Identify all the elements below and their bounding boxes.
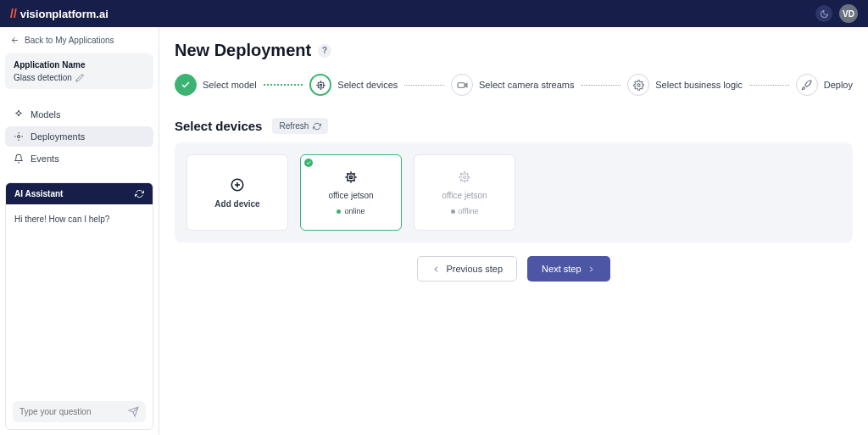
- nav-item-deployments[interactable]: Deployments: [5, 126, 153, 147]
- svg-rect-2: [320, 84, 321, 86]
- moon-icon: [820, 9, 829, 19]
- cpu-icon: [315, 80, 326, 91]
- application-name-card: Application Name Glass detection: [5, 53, 153, 89]
- device-name: office jetson: [328, 191, 373, 200]
- step-business-logic[interactable]: Select business logic: [627, 74, 743, 96]
- device-name: office jetson: [442, 191, 487, 200]
- bell-icon: [14, 153, 24, 164]
- nav-label: Deployments: [31, 131, 85, 142]
- step-label: Select business logic: [655, 80, 743, 90]
- nav-item-models[interactable]: Models: [5, 104, 153, 125]
- cpu-icon: [344, 170, 358, 184]
- sparkle-icon: [14, 109, 24, 120]
- prev-label: Previous step: [446, 264, 503, 274]
- help-icon[interactable]: ?: [318, 44, 331, 58]
- svg-rect-6: [348, 174, 354, 181]
- topbar: // visionplatform.ai VD: [0, 0, 868, 27]
- plus-circle-icon: [230, 177, 245, 192]
- step-select-model[interactable]: Select model: [175, 74, 257, 96]
- check-icon: [181, 80, 191, 90]
- stepper: Select model Select devices Select camer…: [175, 74, 853, 96]
- step-deploy[interactable]: Deploy: [796, 74, 853, 96]
- svg-point-4: [637, 83, 640, 86]
- user-avatar[interactable]: VD: [839, 4, 858, 23]
- sidebar: Back to My Applications Application Name…: [0, 27, 159, 435]
- nav-item-events[interactable]: Events: [5, 148, 153, 169]
- edit-icon[interactable]: [75, 74, 84, 82]
- next-step-button[interactable]: Next step: [527, 256, 609, 282]
- rocket-icon: [801, 80, 812, 91]
- svg-rect-7: [350, 176, 353, 178]
- back-to-applications[interactable]: Back to My Applications: [5, 32, 153, 48]
- selected-check-icon: [304, 159, 313, 167]
- cpu-icon: [458, 170, 471, 184]
- svg-rect-1: [318, 82, 324, 88]
- next-label: Next step: [542, 264, 581, 274]
- section-title: Select devices: [175, 119, 262, 133]
- svg-rect-9: [464, 176, 466, 178]
- application-name-label: Application Name: [14, 60, 145, 70]
- device-status: offline: [459, 207, 479, 215]
- device-status: online: [344, 207, 364, 215]
- previous-step-button[interactable]: Previous step: [417, 256, 517, 282]
- add-device-label: Add device: [214, 199, 259, 209]
- step-label: Select model: [203, 80, 257, 90]
- nav-label: Events: [31, 153, 59, 164]
- device-card[interactable]: office jetson online: [300, 154, 402, 231]
- send-icon[interactable]: [128, 406, 139, 417]
- assistant-greeting: Hi there! How can I help?: [6, 204, 153, 393]
- step-label: Deploy: [824, 80, 853, 90]
- svg-point-0: [18, 136, 20, 138]
- refresh-icon[interactable]: [135, 189, 144, 198]
- gear-icon: [633, 80, 644, 91]
- assistant-title: AI Assistant: [14, 189, 63, 198]
- camera-icon: [457, 80, 468, 91]
- step-select-devices[interactable]: Select devices: [309, 74, 398, 96]
- chevron-left-icon: [431, 265, 441, 274]
- logo[interactable]: // visionplatform.ai: [10, 7, 108, 20]
- application-name-value: Glass detection: [14, 73, 72, 82]
- assistant-input[interactable]: [19, 407, 128, 416]
- step-label: Select camera streams: [479, 80, 574, 90]
- main-content: New Deployment ? Select model Select dev…: [159, 27, 868, 435]
- back-label: Back to My Applications: [25, 36, 114, 45]
- refresh-label: Refresh: [279, 121, 309, 131]
- device-grid: Add device office jetson online office j…: [175, 142, 853, 243]
- refresh-icon: [313, 122, 321, 131]
- logo-icon: //: [10, 7, 17, 20]
- refresh-button[interactable]: Refresh: [272, 118, 328, 134]
- theme-toggle[interactable]: [815, 5, 832, 22]
- device-card[interactable]: office jetson offline: [414, 154, 515, 231]
- page-title: New Deployment: [175, 41, 311, 60]
- deploy-icon: [14, 131, 24, 142]
- step-label: Select devices: [337, 80, 398, 90]
- ai-assistant-panel: AI Assistant Hi there! How can I help?: [5, 182, 153, 430]
- arrow-left-icon: [10, 36, 19, 45]
- add-device-card[interactable]: Add device: [186, 154, 288, 231]
- step-select-streams[interactable]: Select camera streams: [451, 74, 574, 96]
- chevron-right-icon: [587, 265, 596, 274]
- nav-label: Models: [31, 109, 60, 120]
- svg-rect-8: [461, 174, 468, 181]
- svg-rect-3: [458, 82, 465, 86]
